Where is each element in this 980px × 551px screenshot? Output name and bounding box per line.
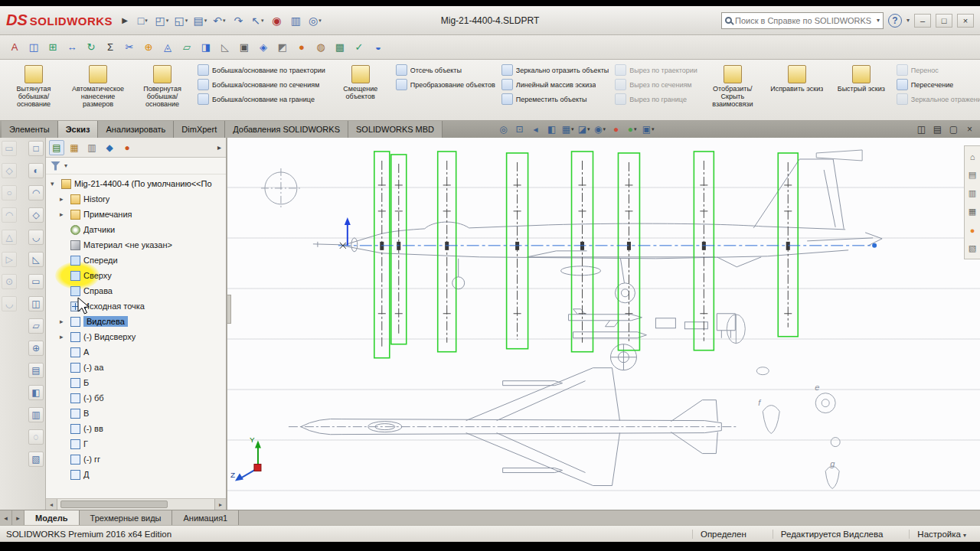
tree-item[interactable]: ▸ Исходная точка	[46, 298, 226, 314]
command-tab[interactable]: SOLIDWORKS MBD	[348, 121, 443, 138]
previous-view-icon[interactable]: ◂	[528, 122, 543, 137]
filter-funnel-icon[interactable]	[51, 161, 60, 171]
side-tool-a7-icon[interactable]: ⊙	[2, 274, 17, 289]
trim-entities-icon[interactable]: ✂	[121, 39, 138, 56]
options-gear-icon[interactable]: ◎▾	[306, 11, 324, 29]
expand-arrow-icon[interactable]: ▸	[60, 318, 67, 325]
ribbon-button[interactable]: Бобышка/основание по сечениям	[198, 77, 325, 92]
scroll-right-icon[interactable]: ▸	[214, 499, 226, 510]
propertymanager-tab[interactable]: ▦	[67, 140, 82, 155]
ribbon-button[interactable]: Бобышка/основание по траектории	[198, 63, 325, 77]
expand-arrow-icon[interactable]: ▸	[60, 333, 67, 341]
extruded-boss-icon[interactable]: □	[28, 141, 44, 156]
design-library-icon[interactable]: ▤	[967, 169, 978, 181]
revolved-boss-icon[interactable]: ◐	[28, 163, 44, 178]
command-tab[interactable]: Элементы	[2, 121, 58, 138]
ribbon-button[interactable]: Зеркально отразить объекты	[501, 63, 609, 77]
zoom-area-icon[interactable]: ⊡	[512, 122, 527, 137]
document-tab[interactable]: Анимация1	[172, 510, 239, 525]
pane-full-icon[interactable]: ▢	[946, 122, 961, 137]
scene-icon[interactable]: ▩	[332, 39, 348, 56]
linear-pattern-icon[interactable]: ◨	[198, 39, 214, 56]
tree-item[interactable]: ▸ Датчики	[46, 222, 226, 237]
scrollbar-thumb[interactable]	[60, 500, 168, 508]
side-tool-a1-icon[interactable]: ▭	[2, 141, 17, 156]
sketch-section-rectangles[interactable]	[374, 152, 798, 358]
tree-item[interactable]: ▸ Материал <не указан>	[46, 237, 226, 253]
close-button[interactable]: ×	[957, 14, 974, 28]
ribbon-button[interactable]: Вытянутая бобышка/основание	[5, 63, 63, 117]
side-tool-a5-icon[interactable]: △	[2, 230, 17, 245]
pane-split-icon[interactable]: ◫	[914, 122, 929, 137]
ribbon-button[interactable]: Пересечение	[897, 77, 980, 92]
swept-boss-icon[interactable]: ◠	[28, 185, 44, 201]
tree-item[interactable]: ▸ (-) вв	[46, 421, 226, 436]
shell-icon[interactable]: ◫	[28, 296, 44, 311]
expand-arrow-icon[interactable]: ▸	[60, 210, 67, 218]
view-orientation-icon[interactable]: ◩	[274, 39, 291, 56]
custom-properties-icon[interactable]: ▧	[967, 243, 978, 254]
toolbox-check-icon[interactable]: ✓	[351, 39, 368, 56]
open-document-icon[interactable]: ◰▾	[153, 11, 171, 29]
apply-scene-icon[interactable]: ●▾	[625, 122, 639, 137]
displaymanager-tab[interactable]: ●	[119, 140, 135, 155]
manager-flyout-arrow[interactable]: ▸	[217, 143, 223, 152]
ribbon-button[interactable]: Зеркальное отражение	[897, 92, 980, 106]
mirror-feature-icon[interactable]: ◧	[28, 385, 44, 400]
appearance-ball-icon[interactable]: ◍	[312, 39, 329, 56]
tree-item[interactable]: ▸ (-) гг	[46, 452, 226, 467]
ribbon-button[interactable]: Смещение объектов	[332, 63, 390, 117]
rib-icon[interactable]: ▭	[28, 274, 44, 289]
help-button[interactable]: ?	[888, 14, 902, 28]
taskpane-home-icon[interactable]: ⌂	[967, 151, 978, 162]
document-tab[interactable]: Модель	[24, 510, 80, 525]
file-properties-icon[interactable]: ▥	[287, 11, 305, 29]
tree-item[interactable]: ▸ (-) Видсверху	[46, 329, 226, 344]
reference-axis-icon[interactable]: ◌	[28, 429, 44, 445]
tree-root-item[interactable]: ▾ Mig-21-4400-4 (По умолчанию<<По	[46, 176, 226, 191]
side-tool-a2-icon[interactable]: ◇	[2, 163, 17, 178]
rebuild-icon[interactable]: ◉	[268, 11, 286, 29]
ribbon-button[interactable]: Преобразование объектов	[396, 77, 495, 92]
select-cursor-icon[interactable]: ↖▾	[249, 11, 266, 29]
new-document-icon[interactable]: □▾	[134, 11, 152, 29]
tree-item[interactable]: ▸ Г	[46, 436, 226, 452]
display-style-icon[interactable]: ◪▾	[577, 122, 591, 137]
dimxpertmanager-tab[interactable]: ◆	[102, 140, 117, 155]
view-palette-icon[interactable]: ▦	[967, 206, 978, 217]
hole-wizard-icon[interactable]: ⊕	[28, 341, 44, 356]
move-entities-icon[interactable]: ↔	[64, 39, 80, 56]
minimize-button[interactable]: –	[914, 14, 931, 28]
measure-icon[interactable]: ◺	[217, 39, 234, 56]
maximize-button[interactable]: □	[936, 14, 952, 28]
undo-icon[interactable]: ↶▾	[211, 11, 228, 29]
format-painter-icon[interactable]: ◫	[25, 39, 42, 56]
tabs-scroll-right-icon[interactable]: ▸	[12, 510, 24, 525]
pane-tile-icon[interactable]: ▤	[930, 122, 945, 137]
chamfer-icon[interactable]: ◺	[28, 252, 44, 267]
expand-arrow-icon[interactable]: ▸	[60, 195, 67, 203]
pane-close-icon[interactable]: ×	[962, 122, 977, 137]
reference-plane-icon[interactable]: ▥	[28, 407, 44, 422]
save-document-icon[interactable]: ◱▾	[172, 11, 190, 29]
zoom-fit-icon[interactable]: ◎	[496, 122, 511, 137]
ribbon-button[interactable]: Переместить объекты	[501, 92, 609, 106]
rotate-view-icon[interactable]: ↻	[83, 39, 100, 56]
ribbon-button[interactable]: Быстрый эскиз	[832, 63, 890, 117]
convert-entities-icon[interactable]: ▱	[178, 39, 195, 56]
lofted-boss-icon[interactable]: ◇	[28, 207, 44, 223]
featuremanager-tab[interactable]: ▤	[49, 140, 64, 155]
mass-properties-icon[interactable]: ▣	[236, 39, 253, 56]
file-explorer-icon[interactable]: ▥	[967, 187, 978, 199]
document-tab[interactable]: Трехмерные виды	[80, 510, 173, 525]
section-view-icon[interactable]: ◧	[544, 122, 559, 137]
graphics-viewport[interactable]: e f g	[227, 138, 980, 510]
tree-item[interactable]: ▸ А	[46, 344, 226, 360]
tree-item[interactable]: ▸ Справа	[46, 283, 226, 298]
ribbon-button[interactable]: Вырез по траектории	[615, 63, 697, 77]
help-dropdown-icon[interactable]: ▾	[906, 17, 910, 24]
section-view-icon[interactable]: ◈	[255, 39, 272, 56]
collapse-arrow-icon[interactable]: ▾	[51, 180, 58, 187]
tree-item[interactable]: ▸ (-) бб	[46, 390, 226, 406]
sketch-tool-icon[interactable]: ▧	[28, 452, 44, 467]
